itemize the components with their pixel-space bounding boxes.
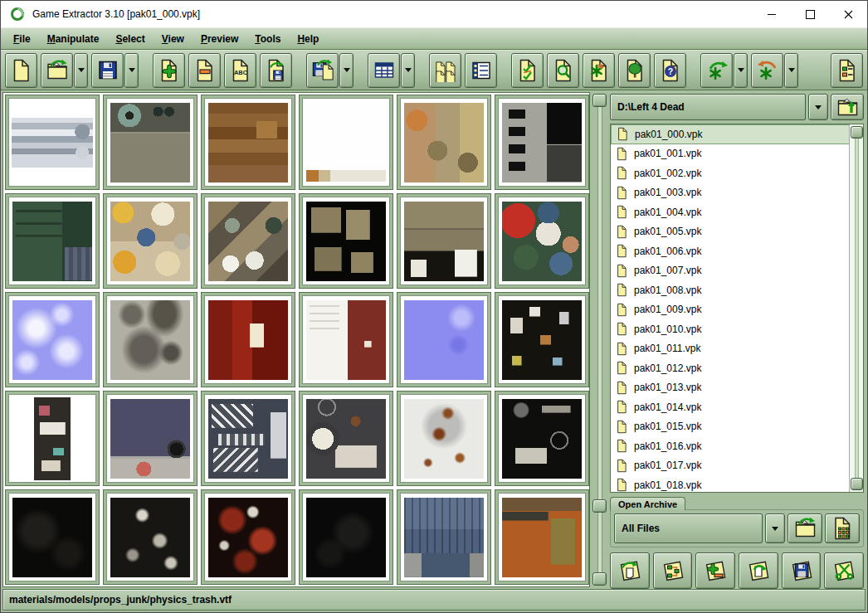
thumbnail[interactable] (103, 489, 197, 585)
new-archive-button[interactable] (5, 53, 37, 88)
table-view-dropdown[interactable] (401, 53, 415, 88)
checklist-button[interactable] (511, 53, 544, 88)
file-list-item[interactable]: pak01_011.vpk (611, 339, 850, 359)
thumbnail[interactable] (495, 95, 589, 190)
thumbnail[interactable] (299, 95, 393, 190)
directory-path-combobox[interactable]: D:\Left 4 Dead (610, 94, 806, 120)
thumbnail[interactable] (299, 391, 393, 486)
undo-button[interactable] (751, 53, 783, 88)
thumbnail[interactable] (103, 292, 197, 387)
file-list-item[interactable]: pak01_005.vpk (611, 222, 850, 242)
save-button[interactable] (782, 552, 822, 589)
scrollbar-thumb[interactable] (851, 126, 863, 139)
open-archive-dropdown[interactable] (74, 53, 88, 88)
menu-help[interactable]: Help (290, 32, 326, 46)
extract-file-button[interactable] (260, 53, 292, 88)
menu-select[interactable]: Select (108, 32, 152, 46)
list-view-button[interactable] (465, 53, 497, 88)
search-button[interactable] (547, 53, 579, 88)
options-button[interactable] (831, 53, 863, 88)
file-list-item[interactable]: pak01_009.vpk (611, 300, 850, 320)
menu-preview[interactable]: Preview (193, 32, 246, 46)
file-list-item[interactable]: pak01_004.vpk (611, 202, 850, 222)
cut-button[interactable] (824, 552, 864, 589)
thumbnail[interactable] (495, 193, 589, 289)
thumbnail[interactable] (201, 95, 295, 190)
menu-tools[interactable]: Tools (247, 32, 288, 46)
thumbnail[interactable] (5, 489, 100, 585)
file-list-item[interactable]: pak01_007.vpk (611, 261, 850, 281)
open-archive-file-button[interactable] (788, 513, 822, 543)
thumbnail[interactable] (495, 489, 589, 585)
thumbnail[interactable] (5, 95, 100, 190)
thumbnail[interactable] (201, 292, 295, 387)
thumbnail[interactable] (103, 391, 197, 486)
maximize-button[interactable] (791, 1, 829, 27)
remove-file-button[interactable] (188, 53, 221, 88)
thumbnail[interactable] (201, 489, 295, 585)
file-list-item[interactable]: pak01_015.vpk (611, 417, 850, 437)
file-list-item[interactable]: pak01_006.vpk (611, 241, 850, 261)
menu-manipulate[interactable]: Manipulate (40, 32, 107, 46)
thumbnail[interactable] (299, 489, 393, 585)
plugin-filter-dropdown[interactable] (765, 513, 785, 543)
parent-folder-button[interactable] (831, 94, 864, 120)
save-archive-dropdown[interactable] (124, 53, 139, 88)
file-list-item[interactable]: pak01_000.vpk (611, 124, 850, 144)
thumbnail[interactable] (397, 95, 491, 190)
file-list-item[interactable]: pak01_010.vpk (611, 319, 850, 339)
thumbnail[interactable] (299, 193, 393, 289)
scrollbar-thumb[interactable] (592, 94, 607, 107)
thumbnail[interactable] (201, 391, 295, 486)
thumbnail[interactable] (103, 95, 197, 190)
add-remove-button[interactable] (695, 552, 735, 589)
file-list-item[interactable]: pak01_013.vpk (611, 378, 850, 398)
file-list-item[interactable]: pak01_003.vpk (611, 183, 850, 203)
tree-view-button[interactable] (618, 53, 651, 88)
thumbnail[interactable] (397, 292, 491, 387)
file-list-item[interactable]: pak01_016.vpk (611, 436, 850, 456)
extract-button[interactable] (610, 552, 650, 589)
plugin-filter-combobox[interactable]: All Files (614, 513, 763, 543)
help-button[interactable]: ? (654, 53, 686, 88)
scrollbar-track[interactable] (855, 126, 859, 490)
add-file-button[interactable] (153, 53, 185, 88)
menu-view[interactable]: View (154, 32, 192, 46)
directory-path-dropdown[interactable] (808, 94, 828, 120)
scroll-down-button[interactable] (851, 478, 863, 490)
file-list-item[interactable]: pak01_008.vpk (611, 280, 850, 300)
export-file-button[interactable] (306, 53, 339, 88)
minimize-button[interactable] (753, 1, 791, 27)
thumbnail[interactable] (495, 391, 589, 486)
thumbnail[interactable] (397, 193, 491, 289)
file-list-item[interactable]: pak01_017.vpk (611, 456, 850, 476)
thumbnail[interactable] (397, 489, 491, 585)
redo-button[interactable] (700, 53, 733, 88)
rename-file-button[interactable]: ABC (224, 53, 256, 88)
redo-dropdown[interactable] (734, 53, 748, 88)
archive-scanner-button[interactable] (825, 513, 860, 543)
save-archive-button[interactable] (91, 53, 124, 88)
properties-button[interactable] (653, 552, 693, 589)
file-list-item[interactable]: pak01_001.vpk (611, 144, 850, 164)
open-archive-button[interactable] (41, 53, 73, 88)
file-list-item[interactable]: pak01_012.vpk (611, 358, 850, 378)
scroll-up-button[interactable] (592, 499, 607, 513)
undo-dropdown[interactable] (784, 53, 798, 88)
file-list-item[interactable]: pak01_018.vpk (611, 475, 850, 493)
thumbnail[interactable] (103, 193, 197, 289)
thumbnail[interactable] (5, 292, 100, 387)
thumbnail[interactable] (495, 292, 589, 387)
thumbnail[interactable] (397, 391, 491, 486)
thumbnail[interactable] (5, 193, 100, 289)
export-dropdown[interactable] (339, 53, 354, 88)
file-list-item[interactable]: pak01_014.vpk (611, 397, 850, 417)
thumbnail[interactable] (201, 193, 295, 289)
close-button[interactable] (829, 1, 867, 27)
scroll-down-button[interactable] (592, 572, 607, 586)
thumbnail-view-button[interactable] (429, 53, 461, 88)
table-view-button[interactable] (368, 53, 400, 88)
plugins-button[interactable] (583, 53, 615, 88)
thumbnail-scrollbar[interactable] (592, 92, 607, 587)
thumbnail[interactable] (5, 391, 100, 486)
